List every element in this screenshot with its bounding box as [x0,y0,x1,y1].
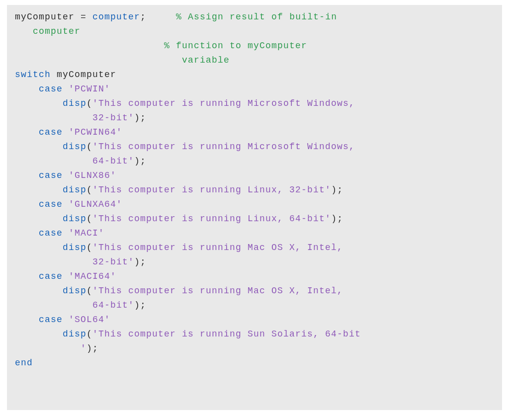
case-keyword: case [39,84,63,94]
code-line: disp('This computer is running Mac OS X,… [15,286,343,296]
code-line: case 'MACI64' [15,271,116,281]
string-literal: 32-bit' [86,113,134,123]
string-literal: 'This computer is running Linux, 64-bit' [92,214,331,224]
case-keyword: case [39,315,63,325]
code-line: computer [15,26,81,36]
code-line: case 'SOL64' [15,315,110,325]
code-line: case 'GLNXA64' [15,199,122,209]
disp-fn: disp [63,243,86,252]
code-line: disp('This computer is running Microsoft… [15,142,355,152]
disp-fn: disp [63,98,86,108]
code-line: 64-bit'); [15,156,146,166]
code-line: '); [15,343,98,353]
case-value: 'PCWIN64' [69,127,122,137]
string-literal: 64-bit' [86,156,134,166]
case-value: 'GLNXA64' [69,199,122,209]
code-body: myComputer = computer; % Assign result o… [15,10,494,370]
comment: % Assign result of built-in [176,12,337,22]
code-line: % function to myComputer [15,41,307,51]
case-keyword: case [39,170,63,180]
code-line: disp('This computer is running Mac OS X,… [15,243,343,252]
code-line: disp('This computer is running Sun Solar… [15,329,361,339]
case-keyword: case [39,228,63,238]
comment: % function to myComputer [164,41,307,51]
code-line: variable [15,55,230,65]
case-value: 'MACI64' [69,271,116,281]
case-keyword: case [39,271,63,281]
string-literal: ' [81,343,86,353]
disp-fn: disp [63,286,86,296]
case-value: 'GLNX86' [69,170,116,180]
case-value: 'SOL64' [69,315,110,325]
code-line: 32-bit'); [15,113,146,123]
string-literal: 32-bit' [86,257,134,267]
switch-keyword: switch [15,70,51,80]
string-literal: 'This computer is running Linux, 32-bit' [92,185,331,195]
code-line: case 'MACI' [15,228,104,238]
string-literal: 'This computer is running Sun Solaris, 6… [92,329,361,339]
code-line: disp('This computer is running Linux, 32… [15,185,343,195]
code-line: disp('This computer is running Linux, 64… [15,214,343,224]
case-keyword: case [39,199,63,209]
case-value: 'MACI' [69,228,104,238]
code-line: 64-bit'); [15,300,146,310]
code-line: end [15,358,33,368]
eq-sign: = [75,12,92,22]
comment: computer [33,26,81,36]
code-line: switch myComputer [15,70,116,80]
case-value: 'PCWIN' [69,84,110,94]
code-line: case 'PCWIN64' [15,127,122,137]
code-line: disp('This computer is running Microsoft… [15,98,355,108]
case-keyword: case [39,127,63,137]
disp-fn: disp [63,214,86,224]
string-literal: 'This computer is running Mac OS X, Inte… [92,286,343,296]
builtin-computer: computer [92,12,140,22]
string-literal: 'This computer is running Mac OS X, Inte… [92,243,343,252]
end-keyword: end [15,358,33,368]
string-literal: 'This computer is running Microsoft Wind… [92,142,355,152]
code-listing: myComputer = computer; % Assign result o… [7,5,502,410]
code-line: myComputer = computer; % Assign result o… [15,12,337,22]
string-literal: 64-bit' [86,300,134,310]
disp-fn: disp [63,142,86,152]
code-line: case 'GLNX86' [15,170,116,180]
code-line: case 'PCWIN' [15,84,110,94]
variable-name: myComputer [15,12,75,22]
code-line: 32-bit'); [15,257,146,267]
string-literal: 'This computer is running Microsoft Wind… [92,98,355,108]
switch-var: myComputer [51,70,116,80]
semicolon: ; [140,12,146,22]
disp-fn: disp [63,185,86,195]
disp-fn: disp [63,329,86,339]
comment: variable [182,55,230,65]
